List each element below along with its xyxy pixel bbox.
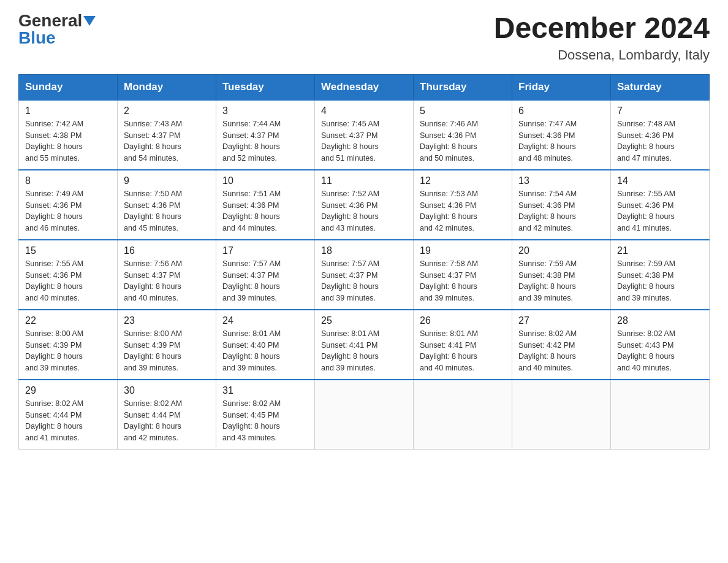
day-number: 25 [321,315,407,326]
day-number: 10 [222,175,308,186]
day-info: Sunrise: 8:02 AMSunset: 4:44 PMDaylight:… [124,398,210,444]
day-number: 27 [518,315,604,326]
day-info: Sunrise: 7:51 AMSunset: 4:36 PMDaylight:… [222,188,308,234]
calendar-day-cell [414,380,512,450]
col-header-tuesday: Tuesday [216,74,315,100]
col-header-monday: Monday [118,74,216,100]
day-number: 2 [124,105,210,117]
calendar-day-cell: 16Sunrise: 7:56 AMSunset: 4:37 PMDayligh… [118,240,216,310]
month-title: December 2024 [494,12,710,45]
day-number: 16 [124,245,210,256]
location-text: Dossena, Lombardy, Italy [494,47,710,63]
day-number: 24 [222,315,308,326]
calendar-day-cell: 10Sunrise: 7:51 AMSunset: 4:36 PMDayligh… [216,170,315,240]
day-info: Sunrise: 7:55 AMSunset: 4:36 PMDaylight:… [617,188,703,234]
calendar-day-cell: 13Sunrise: 7:54 AMSunset: 4:36 PMDayligh… [512,170,611,240]
day-number: 19 [420,245,506,256]
calendar-day-cell: 6Sunrise: 7:47 AMSunset: 4:36 PMDaylight… [512,100,611,170]
calendar-day-cell: 11Sunrise: 7:52 AMSunset: 4:36 PMDayligh… [315,170,414,240]
calendar-day-cell: 8Sunrise: 7:49 AMSunset: 4:36 PMDaylight… [19,170,118,240]
col-header-thursday: Thursday [414,74,512,100]
day-number: 4 [321,105,407,117]
day-number: 21 [617,245,703,256]
day-info: Sunrise: 7:57 AMSunset: 4:37 PMDaylight:… [321,258,407,304]
day-number: 8 [25,175,111,186]
day-info: Sunrise: 7:45 AMSunset: 4:37 PMDaylight:… [321,118,407,164]
day-info: Sunrise: 7:42 AMSunset: 4:38 PMDaylight:… [25,118,111,164]
calendar-week-row: 8Sunrise: 7:49 AMSunset: 4:36 PMDaylight… [19,170,710,240]
calendar-day-cell: 15Sunrise: 7:55 AMSunset: 4:36 PMDayligh… [19,240,118,310]
calendar-day-cell: 18Sunrise: 7:57 AMSunset: 4:37 PMDayligh… [315,240,414,310]
calendar-day-cell [315,380,414,450]
day-number: 1 [25,105,111,117]
calendar-day-cell: 21Sunrise: 7:59 AMSunset: 4:38 PMDayligh… [611,240,710,310]
calendar-day-cell: 14Sunrise: 7:55 AMSunset: 4:36 PMDayligh… [611,170,710,240]
logo-blue-text: Blue [18,29,56,47]
day-number: 5 [420,105,506,117]
calendar-day-cell: 28Sunrise: 8:02 AMSunset: 4:43 PMDayligh… [611,310,710,380]
col-header-saturday: Saturday [611,74,710,100]
calendar-day-cell: 23Sunrise: 8:00 AMSunset: 4:39 PMDayligh… [118,310,216,380]
calendar-day-cell: 1Sunrise: 7:42 AMSunset: 4:38 PMDaylight… [19,100,118,170]
calendar-day-cell: 20Sunrise: 7:59 AMSunset: 4:38 PMDayligh… [512,240,611,310]
day-number: 7 [617,105,703,117]
calendar-day-cell: 24Sunrise: 8:01 AMSunset: 4:40 PMDayligh… [216,310,315,380]
calendar-day-cell: 12Sunrise: 7:53 AMSunset: 4:36 PMDayligh… [414,170,512,240]
day-info: Sunrise: 7:46 AMSunset: 4:36 PMDaylight:… [420,118,506,164]
day-number: 18 [321,245,407,256]
calendar-day-cell: 19Sunrise: 7:58 AMSunset: 4:37 PMDayligh… [414,240,512,310]
day-info: Sunrise: 7:52 AMSunset: 4:36 PMDaylight:… [321,188,407,234]
day-info: Sunrise: 7:58 AMSunset: 4:37 PMDaylight:… [420,258,506,304]
day-info: Sunrise: 7:43 AMSunset: 4:37 PMDaylight:… [124,118,210,164]
calendar-day-cell: 9Sunrise: 7:50 AMSunset: 4:36 PMDaylight… [118,170,216,240]
calendar-week-row: 29Sunrise: 8:02 AMSunset: 4:44 PMDayligh… [19,380,710,450]
page-header: General Blue December 2024 Dossena, Lomb… [18,12,710,63]
day-info: Sunrise: 7:54 AMSunset: 4:36 PMDaylight:… [518,188,604,234]
day-number: 6 [518,105,604,117]
day-info: Sunrise: 7:47 AMSunset: 4:36 PMDaylight:… [518,118,604,164]
day-number: 29 [25,385,111,396]
col-header-sunday: Sunday [19,74,118,100]
calendar-week-row: 15Sunrise: 7:55 AMSunset: 4:36 PMDayligh… [19,240,710,310]
calendar-day-cell: 4Sunrise: 7:45 AMSunset: 4:37 PMDaylight… [315,100,414,170]
day-number: 17 [222,245,308,256]
calendar-day-cell: 27Sunrise: 8:02 AMSunset: 4:42 PMDayligh… [512,310,611,380]
day-info: Sunrise: 7:55 AMSunset: 4:36 PMDaylight:… [25,258,111,304]
calendar-day-cell: 30Sunrise: 8:02 AMSunset: 4:44 PMDayligh… [118,380,216,450]
calendar-header-row: SundayMondayTuesdayWednesdayThursdayFrid… [19,74,710,100]
day-info: Sunrise: 8:01 AMSunset: 4:40 PMDaylight:… [222,328,308,374]
calendar-day-cell: 31Sunrise: 8:02 AMSunset: 4:45 PMDayligh… [216,380,315,450]
logo-general-text: General [18,12,82,29]
day-number: 3 [222,105,308,117]
calendar-day-cell: 2Sunrise: 7:43 AMSunset: 4:37 PMDaylight… [118,100,216,170]
calendar-day-cell: 3Sunrise: 7:44 AMSunset: 4:37 PMDaylight… [216,100,315,170]
day-number: 11 [321,175,407,186]
day-info: Sunrise: 7:53 AMSunset: 4:36 PMDaylight:… [420,188,506,234]
calendar-day-cell: 25Sunrise: 8:01 AMSunset: 4:41 PMDayligh… [315,310,414,380]
day-info: Sunrise: 7:57 AMSunset: 4:37 PMDaylight:… [222,258,308,304]
calendar-week-row: 22Sunrise: 8:00 AMSunset: 4:39 PMDayligh… [19,310,710,380]
calendar-day-cell: 7Sunrise: 7:48 AMSunset: 4:36 PMDaylight… [611,100,710,170]
day-info: Sunrise: 8:00 AMSunset: 4:39 PMDaylight:… [124,328,210,374]
day-info: Sunrise: 8:02 AMSunset: 4:43 PMDaylight:… [617,328,703,374]
logo: General Blue [18,12,96,47]
day-info: Sunrise: 7:50 AMSunset: 4:36 PMDaylight:… [124,188,210,234]
logo-triangle-icon [83,16,96,26]
day-info: Sunrise: 8:02 AMSunset: 4:45 PMDaylight:… [222,398,308,444]
day-info: Sunrise: 8:02 AMSunset: 4:44 PMDaylight:… [25,398,111,444]
day-number: 31 [222,385,308,396]
col-header-wednesday: Wednesday [315,74,414,100]
col-header-friday: Friday [512,74,611,100]
day-info: Sunrise: 7:48 AMSunset: 4:36 PMDaylight:… [617,118,703,164]
day-number: 13 [518,175,604,186]
calendar-day-cell: 22Sunrise: 8:00 AMSunset: 4:39 PMDayligh… [19,310,118,380]
day-number: 14 [617,175,703,186]
day-number: 30 [124,385,210,396]
day-info: Sunrise: 7:59 AMSunset: 4:38 PMDaylight:… [518,258,604,304]
day-number: 23 [124,315,210,326]
day-number: 28 [617,315,703,326]
calendar-table: SundayMondayTuesdayWednesdayThursdayFrid… [18,74,710,450]
calendar-day-cell [611,380,710,450]
calendar-week-row: 1Sunrise: 7:42 AMSunset: 4:38 PMDaylight… [19,100,710,170]
day-number: 9 [124,175,210,186]
